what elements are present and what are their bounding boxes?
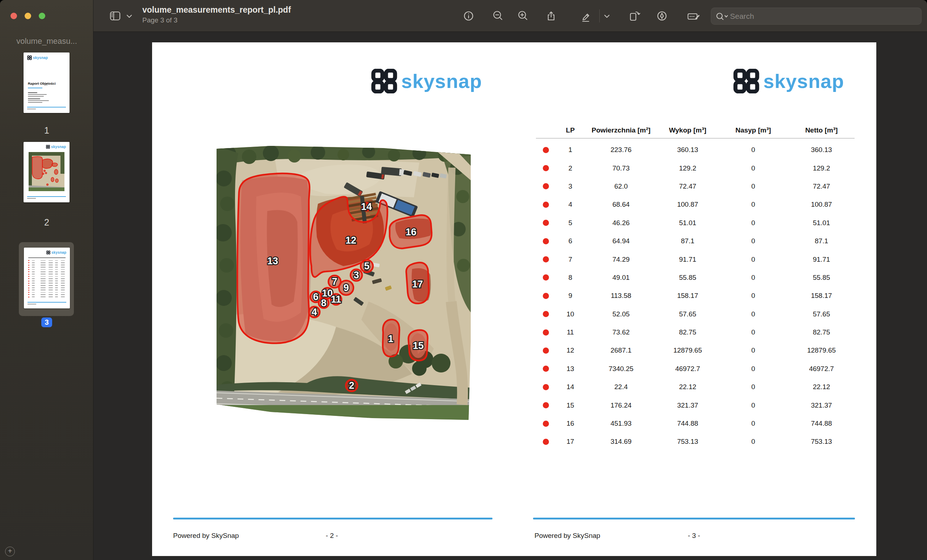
- column-header: Netto [m³]: [788, 126, 855, 134]
- column-header: LP: [556, 126, 585, 134]
- share-button[interactable]: [543, 8, 559, 24]
- table-cell: 5: [556, 219, 585, 227]
- sidebar-chevron-button[interactable]: [124, 8, 135, 24]
- map-marker-label: 14: [361, 201, 372, 212]
- table-row: 664.9487.1087.1: [536, 232, 855, 250]
- zoom-in-button[interactable]: [515, 8, 531, 24]
- table-cell: 55.85: [788, 274, 855, 282]
- table-cell: 0: [718, 146, 788, 154]
- table-cell: 360.13: [657, 146, 718, 154]
- region-dot-icon: [543, 293, 549, 299]
- skysnap-logo: skysnap: [371, 69, 482, 93]
- table-row: 546.2651.01051.01: [536, 214, 855, 232]
- page-indicator: Page 3 of 3: [142, 16, 291, 24]
- table-cell: 158.17: [788, 292, 855, 300]
- table-row: 15176.24321.370321.37: [536, 396, 855, 414]
- skysnap-logo-mini: skysnap: [46, 145, 66, 149]
- pdf-page-3: skysnap LPPowierzchnia [m²]Wykop [m³]Nas…: [514, 42, 876, 556]
- skysnap-logo-mini: skysnap: [46, 250, 66, 255]
- table-row: 849.0155.85055.85: [536, 269, 855, 287]
- table-cell: 68.64: [585, 200, 657, 208]
- table-cell: 57.65: [788, 310, 855, 318]
- region-dot-icon: [543, 238, 549, 244]
- table-cell: 129.2: [788, 164, 855, 172]
- table-cell: 62.0: [585, 182, 657, 190]
- table-row: 17314.69753.130753.13: [536, 433, 855, 451]
- divider: [28, 88, 43, 88]
- table-cell: 64.94: [585, 237, 657, 245]
- page-thumbnail-3[interactable]: skysnap: [24, 247, 70, 308]
- preview-window: volume_measu... skysnap Raport Objętości: [0, 0, 927, 560]
- map-marker-label: 16: [406, 227, 416, 237]
- region-dot-icon: [543, 311, 549, 317]
- sidebar-toggle-button[interactable]: [107, 8, 123, 24]
- table-cell: 10: [556, 310, 585, 318]
- table-cell: 87.1: [657, 237, 718, 245]
- table-cell: 14: [556, 383, 585, 391]
- page-thumbnail-1[interactable]: skysnap Raport Objętości: [24, 53, 70, 113]
- table-cell: 0: [718, 346, 788, 354]
- table-cell: 87.1: [788, 237, 855, 245]
- map-marker-label: 6: [313, 291, 318, 302]
- region-dot-icon: [543, 256, 549, 263]
- table-cell: 0: [718, 401, 788, 410]
- table-cell: 55.85: [657, 274, 718, 282]
- table-cell: 91.71: [788, 256, 855, 264]
- map-marker-label: 15: [413, 340, 424, 351]
- skysnap-wordmark: skysnap: [763, 70, 844, 92]
- table-row: 1052.0557.65057.65: [536, 305, 855, 323]
- markup-chevron-button[interactable]: [600, 8, 614, 24]
- table-cell: 0: [718, 438, 788, 446]
- region-dot-icon: [543, 165, 549, 171]
- zoom-button[interactable]: [39, 13, 45, 19]
- minimize-button[interactable]: [24, 13, 31, 19]
- table-cell: 57.65: [657, 310, 718, 318]
- table-cell: 0: [718, 219, 788, 227]
- add-page-button[interactable]: +: [5, 546, 15, 556]
- table-row: 16451.93744.880744.88: [536, 414, 855, 433]
- table-cell: 0: [718, 200, 788, 208]
- table-cell: 82.75: [788, 328, 855, 336]
- search-input[interactable]: [730, 8, 918, 24]
- table-cell: 15: [556, 401, 585, 410]
- table-cell: 51.01: [788, 219, 855, 227]
- table-cell: 3: [556, 182, 585, 190]
- table-cell: 46.26: [585, 219, 657, 227]
- table-cell: 753.13: [657, 438, 718, 446]
- table-cell: 22.12: [788, 383, 855, 391]
- table-cell: 100.87: [657, 200, 718, 208]
- document-title: volume_measurements_report_pl.pdf: [142, 5, 291, 15]
- sidebar-doc-label: volume_measu...: [5, 36, 89, 46]
- table-cell: 82.75: [657, 328, 718, 336]
- map-marker-label: 4: [312, 307, 317, 317]
- region-dot-icon: [543, 366, 549, 372]
- map-marker-label: 13: [267, 256, 278, 266]
- map-marker-label: 12: [345, 235, 356, 246]
- close-button[interactable]: [11, 13, 17, 19]
- rotate-button[interactable]: [626, 8, 642, 24]
- table-cell: 74.29: [585, 256, 657, 264]
- table-cell: 11: [556, 328, 585, 336]
- skysnap-mark-icon: [27, 55, 32, 60]
- table-cell: 0: [718, 256, 788, 264]
- table-cell: 314.69: [585, 438, 657, 446]
- page-footer: Powered by SkySnap - 3 -: [533, 532, 855, 541]
- page-footer: Powered by SkySnap - 2 -: [171, 532, 493, 541]
- table-cell: 451.93: [585, 420, 657, 428]
- page-thumbnail-2[interactable]: skysnap: [24, 142, 70, 202]
- zoom-out-button[interactable]: [490, 8, 506, 24]
- table-cell: 0: [718, 237, 788, 245]
- form-fill-button[interactable]: [685, 8, 701, 24]
- info-button[interactable]: [460, 8, 477, 24]
- markup-pencil-button[interactable]: [577, 8, 593, 24]
- table-cell: 744.88: [788, 420, 855, 428]
- titlebar: volume_measurements_report_pl.pdf Page 3…: [93, 0, 927, 32]
- table-cell: 158.17: [657, 292, 718, 300]
- table-cell: 129.2: [657, 164, 718, 172]
- sign-pen-button[interactable]: [654, 8, 670, 24]
- table-cell: 72.47: [657, 182, 718, 190]
- skysnap-mark-icon: [371, 69, 397, 93]
- table-cell: 0: [718, 182, 788, 190]
- column-header: Wykop [m³]: [657, 126, 718, 134]
- table-cell: 744.88: [657, 420, 718, 428]
